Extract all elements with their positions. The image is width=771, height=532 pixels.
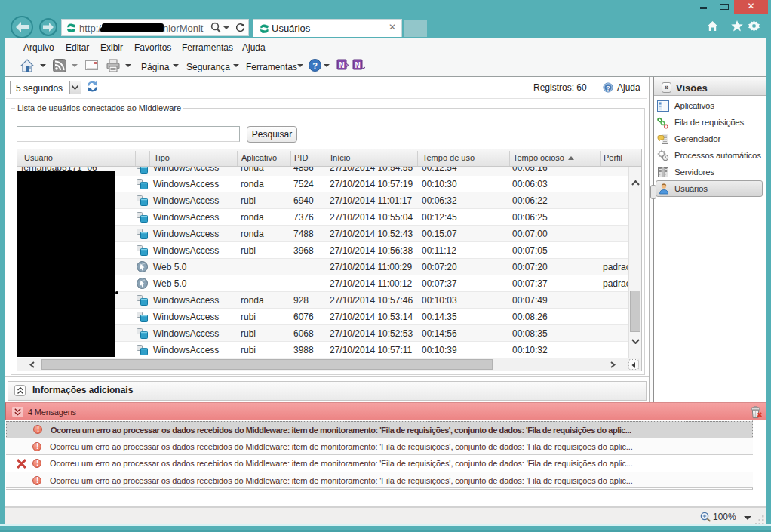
svg-text:?: ?: [312, 61, 318, 70]
svg-text:?: ?: [606, 85, 610, 92]
svg-text:N: N: [355, 61, 360, 69]
svg-text:N: N: [339, 61, 344, 69]
